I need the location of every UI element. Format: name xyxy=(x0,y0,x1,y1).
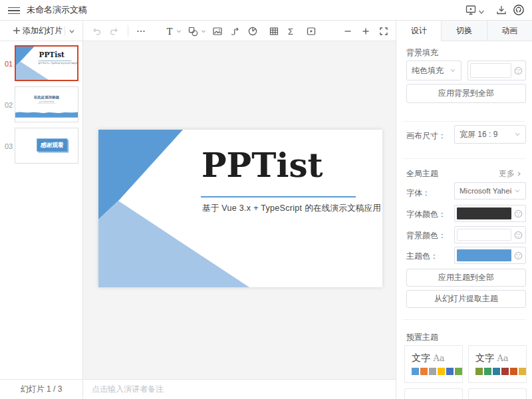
slide-title-text[interactable]: PPTist xyxy=(201,147,323,184)
theme-color-strip xyxy=(475,368,526,375)
media-tool-icon[interactable] xyxy=(303,21,319,41)
svg-text:在此处添加标题: 在此处添加标题 xyxy=(33,95,60,100)
theme-color-picker[interactable] xyxy=(454,247,526,264)
canvas-size-select[interactable]: 宽屏 16 : 9 xyxy=(454,125,526,144)
formula-tool-icon[interactable]: Σ xyxy=(283,21,299,41)
table-tool-icon[interactable] xyxy=(266,21,282,41)
background-color-picker[interactable] xyxy=(467,61,526,80)
preset-theme-card-3[interactable] xyxy=(404,388,463,399)
slide-indicator: 幻灯片 1 / 3 xyxy=(0,380,83,399)
background-fill-label: 背景填充 xyxy=(406,47,438,59)
redo-icon[interactable] xyxy=(106,21,122,41)
menu-icon[interactable] xyxy=(8,5,20,17)
text-tool-chevron-down-icon[interactable] xyxy=(175,21,183,41)
more-tools-icon[interactable] xyxy=(133,21,149,41)
line-tool-icon[interactable] xyxy=(227,21,243,41)
svg-text:在此处添加副标题: 在此处添加副标题 xyxy=(39,100,55,103)
svg-text:PPTist: PPTist xyxy=(39,51,65,59)
bg-color-label: 背景颜色： xyxy=(406,230,446,241)
preset-theme-card-2[interactable]: 文字 Aa xyxy=(468,345,527,383)
shape-tool-icon[interactable] xyxy=(185,21,201,41)
theme-color-square xyxy=(519,368,526,375)
theme-color-square xyxy=(510,368,517,375)
divider xyxy=(403,319,525,320)
shape-tool-chevron-down-icon[interactable] xyxy=(200,21,207,41)
canvas-size-value: 宽屏 16 : 9 xyxy=(460,129,497,140)
image-tool-icon[interactable] xyxy=(209,21,225,41)
fullscreen-icon[interactable] xyxy=(376,21,392,41)
current-slide[interactable]: PPTist 基于 Vue 3.x + TypeScript 的在线演示文稿应用 xyxy=(98,130,382,287)
theme-color-strip xyxy=(412,368,462,375)
document-title[interactable]: 未命名演示文稿 xyxy=(27,0,87,20)
bg-color-picker[interactable] xyxy=(454,226,526,243)
apply-background-all-button[interactable]: 应用背景到全部 xyxy=(406,84,526,103)
font-color-swatch xyxy=(457,207,511,219)
preset-theme-card-1[interactable]: 文字 Aa xyxy=(404,345,463,383)
undo-icon[interactable] xyxy=(88,21,104,41)
slide-thumbnail-1[interactable]: PPTist 基于 Vue 3.x + TypeScript 的在线演示文稿应用 xyxy=(15,45,78,81)
add-slide-label: 添加幻灯片 xyxy=(23,21,63,41)
theme-color-square xyxy=(438,368,445,375)
canvas-size-label: 画布尺寸： xyxy=(406,130,446,142)
editor-canvas[interactable]: PPTist 基于 Vue 3.x + TypeScript 的在线演示文稿应用 xyxy=(83,41,396,379)
svg-text:基于 Vue 3.x + TypeScript 的在线演示文: 基于 Vue 3.x + TypeScript 的在线演示文稿应用 xyxy=(39,62,77,65)
preset-theme-card-4[interactable] xyxy=(468,388,527,399)
chevron-down-icon xyxy=(514,188,521,194)
divider xyxy=(403,121,525,122)
theme-color-square xyxy=(501,368,509,375)
extract-theme-button[interactable]: 从幻灯片提取主题 xyxy=(406,290,526,308)
theme-color-swatch xyxy=(457,249,511,261)
theme-color-square xyxy=(412,368,419,375)
chevron-down-icon xyxy=(450,67,456,74)
fill-type-value: 纯色填充 xyxy=(412,65,444,76)
tab-design[interactable]: 设计 xyxy=(396,21,441,41)
theme-color-square xyxy=(429,368,436,375)
fill-type-select[interactable]: 纯色填充 xyxy=(406,61,462,80)
present-chevron-down-icon[interactable] xyxy=(477,7,485,15)
slide-thumbnail-3[interactable]: 感谢观看 xyxy=(15,128,78,164)
zoom-out-icon[interactable] xyxy=(340,21,356,41)
theme-color-square xyxy=(475,368,483,375)
header-bar: 未命名演示文稿 xyxy=(0,0,532,21)
panel-tabs: 设计 切换 动画 xyxy=(396,21,532,41)
slide-thumbnail-2[interactable]: 在此处添加标题 在此处添加副标题 xyxy=(15,86,78,122)
svg-text:T: T xyxy=(167,26,173,36)
tab-transition[interactable]: 切换 xyxy=(441,21,486,41)
theme-color-square xyxy=(446,368,454,375)
recent-colors-icon xyxy=(514,251,523,260)
font-color-picker[interactable] xyxy=(454,205,526,222)
font-label: 字体： xyxy=(406,188,430,199)
apply-theme-all-button[interactable]: 应用主题到全部 xyxy=(406,269,526,287)
theme-color-label: 主题色： xyxy=(406,251,438,262)
present-icon[interactable] xyxy=(465,4,477,16)
slide-thumbnails-panel: 01 PPTist 基于 Vue 3.x + TypeScript 的在线演示文… xyxy=(0,41,83,379)
github-icon[interactable] xyxy=(513,4,525,16)
recent-colors-icon xyxy=(514,66,523,75)
background-color-swatch xyxy=(470,63,511,78)
global-theme-label: 全局主题 xyxy=(406,168,438,180)
theme-color-square xyxy=(455,368,462,375)
divider xyxy=(128,25,128,37)
font-family-value: Microsoft Yahei xyxy=(460,187,511,195)
slide-divider-line[interactable] xyxy=(201,196,356,198)
tab-animation[interactable]: 动画 xyxy=(487,21,532,41)
add-slide-button[interactable]: 添加幻灯片 xyxy=(0,21,83,41)
speaker-notes-input[interactable]: 点击输入演讲者备注 xyxy=(83,380,396,399)
svg-text:感谢观看: 感谢观看 xyxy=(40,142,64,148)
slide-number-1: 01 xyxy=(3,60,15,68)
slide-subtitle-text[interactable]: 基于 Vue 3.x + TypeScript 的在线演示文稿应用 xyxy=(202,203,381,214)
recent-colors-icon xyxy=(514,231,523,239)
svg-text:Σ: Σ xyxy=(288,26,293,36)
theme-color-square xyxy=(420,368,428,375)
font-family-select[interactable]: Microsoft Yahei xyxy=(454,182,526,200)
bg-color-swatch xyxy=(457,229,511,241)
add-slide-chevron-down-icon[interactable] xyxy=(68,27,76,35)
theme-more-link[interactable]: 更多 xyxy=(499,168,522,180)
divider xyxy=(65,26,65,36)
chart-tool-icon[interactable] xyxy=(245,21,261,41)
slide-number-2: 02 xyxy=(3,101,15,109)
plus-icon xyxy=(12,26,21,35)
export-download-icon[interactable] xyxy=(495,4,507,16)
zoom-in-icon[interactable] xyxy=(358,21,374,41)
status-bar: 幻灯片 1 / 3 点击输入演讲者备注 xyxy=(0,379,396,399)
